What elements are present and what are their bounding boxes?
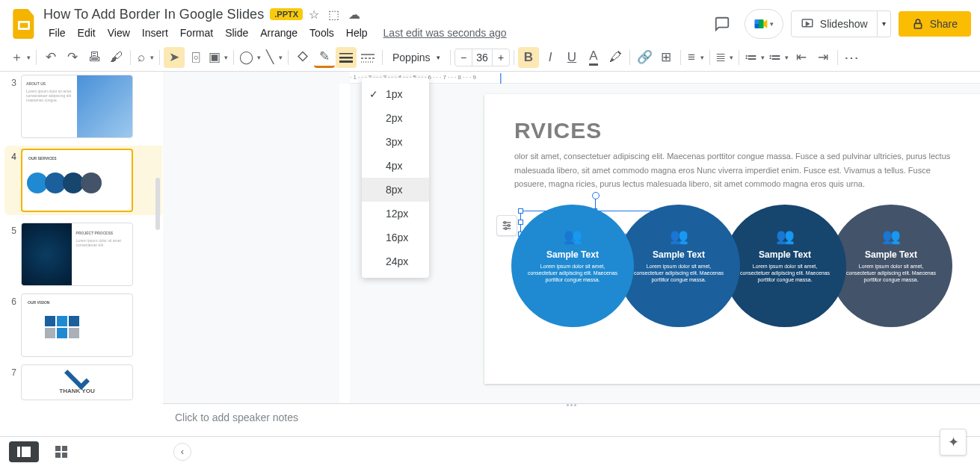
menu-format[interactable]: Format	[175, 24, 218, 42]
border-width-8px[interactable]: 8px	[362, 178, 429, 202]
select-tool[interactable]: ➤	[164, 47, 185, 68]
numbered-list-button[interactable]: ≔	[743, 47, 766, 68]
insert-comment-button[interactable]: ⊞	[656, 47, 677, 68]
star-icon[interactable]: ☆	[309, 7, 319, 22]
menu-insert[interactable]: Insert	[137, 24, 173, 42]
align-button[interactable]: ≡	[685, 47, 706, 68]
slideshow-dropdown[interactable]: ▾	[878, 10, 891, 37]
grid-view-button[interactable]	[46, 441, 76, 462]
move-folder-icon[interactable]: ⬚	[328, 7, 339, 22]
last-edit-link[interactable]: Last edit was seconds ago	[383, 27, 507, 39]
decrease-indent-button[interactable]: ⇤	[791, 47, 812, 68]
slide-canvas[interactable]: RVICES olor sit amet, consectetuer adipi…	[484, 94, 980, 384]
slide-thumbnail-5[interactable]: PROJECT PROCESSLorem ipsum dolor sit ame…	[21, 223, 133, 286]
slides-logo[interactable]	[9, 9, 39, 39]
menu-file[interactable]: File	[43, 24, 71, 42]
slide-body-text[interactable]: olor sit amet, consectetuer adipiscing e…	[514, 149, 963, 191]
collapse-sidebar-button[interactable]: ‹	[173, 443, 191, 461]
bulleted-list-button[interactable]: ≔	[767, 47, 790, 68]
service-circle-2[interactable]: 👥Sample TextLorem ipsum dolor sit amet, …	[617, 205, 740, 327]
bold-button[interactable]: B	[518, 47, 539, 68]
slideshow-button[interactable]: Slideshow	[791, 10, 878, 37]
svg-rect-22	[55, 446, 61, 451]
redo-button[interactable]: ↷	[62, 47, 83, 68]
slide-thumbnail-6[interactable]: OUR VISION	[21, 293, 133, 357]
slide-title-text[interactable]: RVICES	[514, 118, 963, 143]
shape-tool[interactable]: ◯	[238, 47, 262, 68]
menu-edit[interactable]: Edit	[73, 24, 101, 42]
border-width-menu: 1px 2px 3px 4px 8px 12px 16px 24px	[362, 78, 429, 278]
slideshow-label: Slideshow	[820, 18, 868, 30]
menu-view[interactable]: View	[102, 24, 135, 42]
line-tool[interactable]: ╲	[263, 47, 284, 68]
menu-arrange[interactable]: Arrange	[255, 24, 303, 42]
resize-handle[interactable]	[518, 220, 523, 225]
increase-indent-button[interactable]: ⇥	[813, 47, 833, 68]
undo-button[interactable]: ↶	[40, 47, 61, 68]
share-button[interactable]: Share	[899, 11, 971, 37]
zoom-button[interactable]: ⌕	[135, 47, 155, 68]
border-width-24px[interactable]: 24px	[362, 249, 429, 273]
service-circle-1[interactable]: 👥Sample TextLorem ipsum dolor sit amet, …	[511, 205, 634, 327]
speaker-notes[interactable]: Click to add speaker notes	[163, 403, 980, 436]
service-circle-3[interactable]: 👥Sample TextLorem ipsum dolor sit amet, …	[724, 205, 846, 327]
slide-thumbnail-7[interactable]: THANK YOU	[21, 364, 133, 400]
svg-rect-9	[339, 57, 353, 59]
border-width-4px[interactable]: 4px	[362, 154, 429, 178]
slide-thumbnail-3[interactable]: ABOUT USLorem ipsum dolor sit amet conse…	[21, 75, 133, 138]
horizontal-ruler[interactable]: · 1 · · · 2 · · · 3 · · · 4 · · · 5 · · …	[350, 72, 980, 84]
cloud-status-icon[interactable]: ☁	[348, 7, 360, 22]
insert-link-button[interactable]: 🔗	[634, 47, 655, 68]
doc-title[interactable]: How To Add Border In Google Slides	[43, 7, 264, 22]
toolbar: ＋ ↶ ↷ 🖶 🖌 ⌕ ➤ ⌻ ▣ ◯ ╲ ✎ Poppins▾ − 36 + …	[0, 43, 980, 72]
speaker-notes-placeholder: Click to add speaker notes	[175, 411, 298, 423]
new-slide-button[interactable]: ＋	[9, 47, 32, 68]
font-family-selector[interactable]: Poppins▾	[386, 47, 446, 68]
border-dash-button[interactable]	[357, 47, 378, 68]
slide-thumbnail-4[interactable]: OUR SERVICES	[21, 149, 133, 212]
border-width-3px[interactable]: 3px	[362, 130, 429, 154]
italic-button[interactable]: I	[540, 47, 561, 68]
menu-tools[interactable]: Tools	[304, 24, 339, 42]
menu-slide[interactable]: Slide	[220, 24, 253, 42]
format-options-fab[interactable]	[496, 215, 517, 236]
more-options-button[interactable]: ⋯	[842, 47, 863, 68]
textbox-tool[interactable]: ⌻	[185, 47, 206, 68]
fill-color-button[interactable]	[292, 47, 313, 68]
font-size-input[interactable]: 36	[472, 49, 493, 66]
svg-point-18	[508, 225, 510, 227]
font-size-decrease[interactable]: −	[455, 49, 472, 66]
thumb-number: 3	[7, 75, 16, 88]
border-width-16px[interactable]: 16px	[362, 226, 429, 249]
border-weight-button[interactable]	[336, 47, 357, 68]
border-width-12px[interactable]: 12px	[362, 202, 429, 226]
font-size-increase[interactable]: +	[493, 49, 509, 66]
rotation-handle[interactable]	[595, 198, 596, 208]
share-label: Share	[930, 18, 958, 30]
filmstrip-view-button[interactable]	[9, 441, 39, 462]
highlight-color-button[interactable]: 🖍	[605, 47, 626, 68]
thumb-number: 4	[7, 149, 16, 162]
print-button[interactable]: 🖶	[84, 47, 105, 68]
notes-resize-handle[interactable]	[561, 402, 583, 406]
svg-rect-1	[20, 23, 28, 28]
border-color-button[interactable]: ✎	[314, 47, 335, 68]
menu-help[interactable]: Help	[341, 24, 373, 42]
explore-button[interactable]: ✦	[940, 429, 967, 456]
line-spacing-button[interactable]: ≣	[714, 47, 735, 68]
paint-format-button[interactable]: 🖌	[105, 47, 126, 68]
resize-handle[interactable]	[518, 208, 523, 214]
service-circle-4[interactable]: 👥Sample TextLorem ipsum dolor sit amet, …	[830, 205, 952, 327]
meet-button[interactable]: ▾	[745, 9, 783, 39]
slide-panel[interactable]: 3 ABOUT USLorem ipsum dolor sit amet con…	[0, 72, 163, 466]
thumb-number: 6	[7, 293, 16, 307]
underline-button[interactable]: U	[561, 47, 582, 68]
sidebar-scrollbar[interactable]	[155, 178, 160, 230]
border-width-1px[interactable]: 1px	[362, 82, 429, 106]
comments-button[interactable]	[707, 9, 737, 39]
text-color-button[interactable]: A	[583, 47, 604, 68]
svg-rect-5	[759, 19, 764, 28]
border-width-2px[interactable]: 2px	[362, 106, 429, 130]
image-tool[interactable]: ▣	[207, 47, 229, 68]
file-ext-badge: .PPTX	[270, 8, 303, 20]
